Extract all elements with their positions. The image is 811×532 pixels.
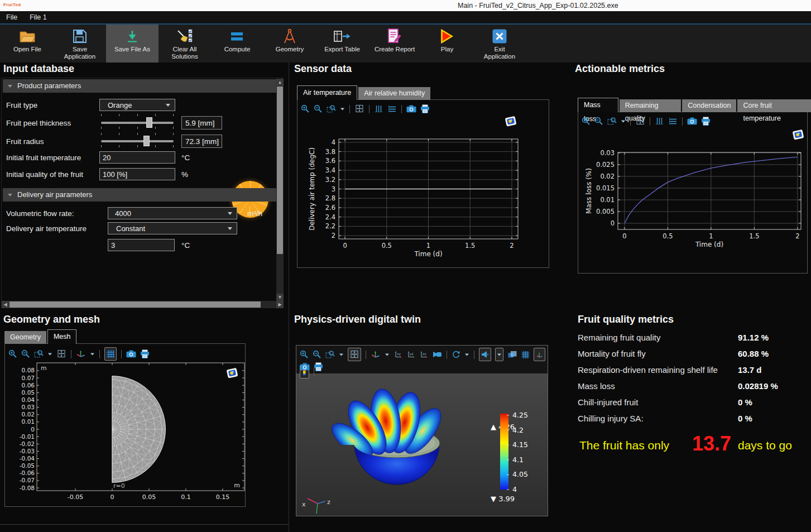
- zoom-out-icon[interactable]: [314, 103, 323, 114]
- fit-view-icon[interactable]: [56, 348, 66, 360]
- dropdown-icon[interactable]: [90, 348, 95, 360]
- camera-icon[interactable]: [687, 116, 697, 127]
- zoom-out-icon[interactable]: [594, 116, 603, 127]
- product-parameters-header[interactable]: Product parameters: [3, 79, 276, 93]
- dropdown-icon[interactable]: [47, 348, 52, 360]
- toolbar-separator: [121, 350, 122, 358]
- x-grid-icon[interactable]: [374, 103, 383, 114]
- create-report-button[interactable]: Create Report: [368, 25, 421, 63]
- view-yz-icon[interactable]: yz: [406, 349, 415, 360]
- print-icon[interactable]: [140, 348, 150, 360]
- scroll-right-icon[interactable]: ▶: [276, 301, 284, 308]
- export-table-button[interactable]: Export Table: [316, 25, 368, 63]
- tab-air-relative-humidity[interactable]: Air relative humidity: [358, 87, 430, 100]
- geometry-mesh-tabs: Geometry Mesh: [4, 329, 76, 344]
- camera-icon[interactable]: [126, 348, 136, 360]
- delivery-air-parameters-header[interactable]: Delivery air parameters: [3, 188, 276, 202]
- scroll-up-icon[interactable]: ▲: [276, 79, 284, 86]
- vertical-scrollbar[interactable]: ▲ ▼: [276, 79, 284, 301]
- print-icon[interactable]: [420, 103, 430, 114]
- bottom-splitter[interactable]: [0, 524, 289, 525]
- camera-icon[interactable]: [406, 103, 416, 114]
- compute-button[interactable]: Compute: [211, 25, 263, 63]
- zoom-box-icon[interactable]: [607, 116, 617, 127]
- color-legend: [500, 414, 508, 490]
- open-file-button[interactable]: Open File: [1, 25, 54, 63]
- digital-twin-view[interactable]: ▲ 4.264.254.24.154.14.054▼ 3.99xyz: [296, 373, 548, 516]
- flow-rate-dropdown[interactable]: 4000: [108, 207, 237, 219]
- fruit-radius-value[interactable]: 72.3 [mm]: [181, 135, 222, 148]
- save-application-button[interactable]: Save Application: [54, 25, 106, 63]
- delivery-air-value-input[interactable]: 3: [108, 239, 175, 251]
- fruit-radius-slider[interactable]: [101, 140, 174, 142]
- tab-core-fruit-temperature[interactable]: Core fruit temperature: [737, 99, 811, 112]
- column-divider[interactable]: [289, 63, 289, 532]
- menu-bar: File File 1: [0, 11, 811, 23]
- print-icon[interactable]: [314, 361, 323, 372]
- horizontal-scrollbar[interactable]: ◀ ▶: [2, 301, 284, 308]
- tab-mass-loss[interactable]: Mass loss: [578, 98, 618, 112]
- camera-icon[interactable]: [300, 361, 310, 372]
- tab-condensation[interactable]: Condensation: [682, 99, 736, 112]
- delivery-air-temperature-dropdown[interactable]: Constant: [108, 222, 237, 234]
- scroll-down-icon[interactable]: ▼: [276, 294, 284, 301]
- zoom-in-icon[interactable]: [582, 116, 591, 127]
- peel-thickness-slider[interactable]: [101, 122, 174, 124]
- menu-file1[interactable]: File 1: [23, 11, 53, 23]
- axis-orientation-icon[interactable]: [76, 348, 86, 360]
- fit-view-icon[interactable]: [348, 348, 361, 361]
- zoom-out-icon[interactable]: [313, 349, 321, 360]
- initial-temperature-input[interactable]: 20: [99, 151, 175, 164]
- save-file-as-button[interactable]: Save File As: [106, 25, 159, 63]
- mass-loss-chart[interactable]: 00.511.5200.0050.010.0150.020.0250.03Tim…: [578, 112, 807, 273]
- scrollbar-thumb[interactable]: [9, 301, 261, 308]
- dropdown-icon[interactable]: [464, 349, 469, 360]
- view-xy-icon[interactable]: xy: [393, 349, 402, 360]
- mesh-rendering-icon[interactable]: [104, 347, 117, 361]
- fit-view-icon[interactable]: [354, 103, 364, 114]
- menu-file[interactable]: File: [0, 11, 23, 23]
- zoom-box-icon[interactable]: [325, 349, 335, 360]
- tab-geometry[interactable]: Geometry: [4, 331, 46, 344]
- tab-remaining-quality[interactable]: Remaining quality: [620, 99, 682, 112]
- view-xz-icon[interactable]: xz: [419, 349, 428, 360]
- peel-thickness-value[interactable]: 5.9 [mm]: [181, 116, 222, 130]
- dropdown-icon[interactable]: [621, 116, 626, 127]
- initial-quality-input[interactable]: 100 [%]: [99, 168, 175, 180]
- mesh-plot[interactable]: 0.080.070.060.050.040.030.020.010-0.01-0…: [5, 344, 245, 506]
- fruit-quality-title: Fruit quality metrics: [578, 314, 674, 325]
- dropdown-icon[interactable]: [340, 103, 345, 114]
- dropdown-icon[interactable]: [385, 349, 390, 360]
- grid-toggle-icon[interactable]: [521, 349, 530, 360]
- scroll-left-icon[interactable]: ◀: [2, 301, 9, 308]
- transparency-icon[interactable]: [507, 349, 517, 360]
- print-icon[interactable]: [701, 116, 711, 127]
- y-grid-icon[interactable]: [668, 116, 678, 127]
- dropdown-icon[interactable]: [495, 348, 503, 361]
- exit-application-button[interactable]: Exit Application: [473, 25, 526, 63]
- scene-light-icon[interactable]: [479, 348, 491, 361]
- geometry-button[interactable]: Geometry: [263, 25, 316, 63]
- clear-all-solutions-button[interactable]: Clear All Solutions: [159, 25, 211, 63]
- zoom-in-icon[interactable]: [300, 349, 309, 360]
- tab-mesh[interactable]: Mesh: [47, 329, 77, 344]
- axes-visibility-icon[interactable]: [534, 348, 545, 361]
- zoom-box-icon[interactable]: [34, 348, 44, 360]
- axis-orientation-icon[interactable]: [371, 349, 381, 360]
- zoom-out-icon[interactable]: [21, 348, 30, 360]
- sensor-plot-toolbar: [301, 103, 430, 114]
- fit-view-icon[interactable]: [635, 116, 645, 127]
- rotate-icon[interactable]: [452, 349, 460, 360]
- play-button[interactable]: Play: [421, 25, 473, 63]
- y-grid-icon[interactable]: [387, 103, 397, 114]
- zoom-box-icon[interactable]: [327, 103, 336, 114]
- projector-icon[interactable]: [432, 349, 442, 360]
- metric-value: 91.12 %: [738, 333, 769, 342]
- scrollbar-thumb[interactable]: [277, 87, 283, 254]
- zoom-in-icon[interactable]: [8, 348, 17, 360]
- zoom-in-icon[interactable]: [301, 103, 310, 114]
- fruit-type-dropdown[interactable]: Orange: [99, 99, 175, 111]
- dropdown-icon[interactable]: [339, 349, 344, 360]
- x-grid-icon[interactable]: [655, 116, 664, 127]
- tab-air-temperature[interactable]: Air temperature: [297, 85, 357, 100]
